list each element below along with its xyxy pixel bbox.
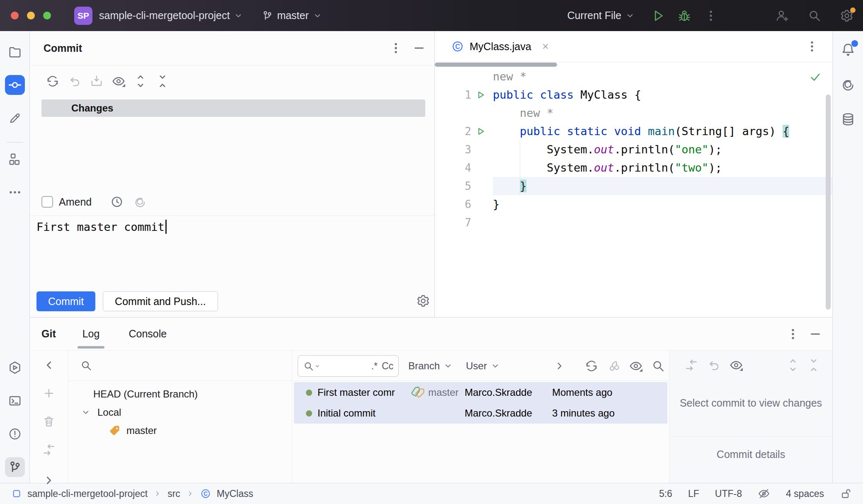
compare-icon[interactable] (684, 358, 698, 372)
new-branch-icon[interactable] (42, 386, 56, 400)
editor: MyClass.java new *1public class MyClass … (435, 31, 832, 317)
inspections-ok-icon[interactable] (809, 71, 822, 83)
breadcrumb: sample-cli-mergetool-project src MyClass (12, 488, 253, 499)
tree-item-local[interactable]: Local (68, 403, 292, 422)
sidebar-item-terminal[interactable] (5, 391, 25, 411)
breadcrumb-class[interactable]: MyClass (217, 488, 253, 499)
collapse-branches-icon[interactable] (42, 358, 56, 372)
tab-myclass-java[interactable]: MyClass.java (451, 40, 550, 53)
branch-filter[interactable]: Branch (408, 351, 453, 381)
commit-options-gear-icon[interactable] (416, 294, 430, 308)
ai-commit-message-icon[interactable] (133, 195, 147, 209)
code-line[interactable]: System.out.println("two"); (493, 159, 832, 177)
breadcrumb-src[interactable]: src (167, 488, 180, 499)
sidebar-item-problems[interactable] (5, 424, 25, 444)
code-line[interactable]: public class MyClass { (493, 86, 832, 104)
log-row[interactable]: Initial commit Marco.Skradde 3 minutes a… (294, 403, 667, 424)
refresh-icon[interactable] (46, 74, 60, 88)
branch-selector[interactable]: master (262, 10, 322, 22)
settings-button[interactable] (840, 9, 854, 23)
caret-position-widget[interactable]: 5:6 (659, 488, 672, 499)
log-search-input[interactable]: .* Cc (298, 355, 399, 377)
commit-message-input[interactable]: First master commit (36, 220, 426, 234)
commit-and-push-button[interactable]: Commit and Push... (103, 291, 218, 311)
more-filters-chevron-icon[interactable] (553, 360, 566, 372)
sidebar-item-structure[interactable] (5, 149, 25, 169)
code-line[interactable]: public static void main(String[] args) { (493, 122, 832, 141)
hide-panel-icon[interactable] (412, 41, 426, 55)
sidebar-item-project[interactable] (5, 42, 25, 62)
view-options-button[interactable] (112, 74, 126, 88)
chevron-down-icon (443, 361, 453, 371)
run-line-icon[interactable] (471, 90, 490, 100)
kebab-menu-icon[interactable] (805, 39, 819, 53)
debug-icon[interactable] (677, 9, 691, 23)
breadcrumb-project[interactable]: sample-cli-mergetool-project (27, 488, 148, 499)
highlighting-off-icon[interactable] (758, 487, 770, 500)
minimize-window-button[interactable] (27, 12, 35, 19)
notifications-button[interactable] (840, 42, 856, 58)
tree-item-master[interactable]: master (68, 422, 292, 440)
search-icon[interactable] (80, 359, 92, 372)
tab-console[interactable]: Console (128, 317, 167, 350)
database-icon[interactable] (840, 111, 856, 127)
user-filter[interactable]: User (466, 351, 500, 381)
maximize-window-button[interactable] (43, 12, 51, 19)
sidebar-item-commit[interactable] (5, 75, 25, 95)
run-config-selector[interactable]: Current File (567, 10, 635, 22)
run-icon[interactable] (651, 9, 665, 23)
sidebar-item-git[interactable] (5, 457, 25, 477)
delete-branch-icon[interactable] (42, 414, 56, 429)
code-line[interactable] (493, 213, 832, 232)
hide-panel-icon[interactable] (808, 327, 822, 341)
search-icon[interactable] (651, 359, 665, 373)
sidebar-item-services[interactable] (5, 358, 25, 378)
code-line[interactable]: System.out.println("one"); (493, 141, 832, 159)
sidebar-item-more[interactable] (5, 182, 25, 202)
collapse-all-icon[interactable] (155, 74, 170, 88)
cherry-pick-icon[interactable] (607, 359, 621, 373)
view-options-button[interactable] (629, 359, 643, 373)
encoding-widget[interactable]: UTF-8 (715, 488, 742, 499)
commit-date-cell: 3 minutes ago (552, 403, 615, 424)
refresh-icon[interactable] (584, 359, 599, 373)
editor-scrollbar[interactable] (826, 94, 831, 310)
line-separator-widget[interactable]: LF (688, 488, 699, 499)
add-user-icon[interactable] (775, 9, 789, 23)
history-clock-icon[interactable] (110, 195, 124, 209)
expand-all-icon[interactable] (133, 74, 148, 88)
code-line[interactable]: } (493, 195, 832, 213)
compare-branches-icon[interactable] (42, 443, 56, 457)
collapse-all-icon[interactable] (807, 358, 821, 372)
expand-branches-icon[interactable] (42, 473, 56, 487)
log-row[interactable]: First master comr master Marco.Skradde M… (294, 382, 667, 403)
tree-item-head[interactable]: HEAD (Current Branch) (68, 385, 292, 403)
ai-assistant-icon[interactable] (840, 77, 856, 92)
changes-node[interactable]: Changes (41, 99, 425, 117)
close-tab-icon[interactable] (541, 41, 550, 51)
search-icon[interactable] (807, 9, 822, 23)
view-options-button[interactable] (729, 358, 743, 372)
unlock-icon[interactable] (840, 487, 852, 500)
project-selector[interactable]: sample-cli-mergetool-project (99, 10, 243, 22)
regex-toggle[interactable]: .* (371, 361, 378, 372)
kebab-menu-icon[interactable] (786, 327, 800, 341)
shelve-icon[interactable] (90, 74, 104, 88)
amend-checkbox[interactable] (41, 196, 53, 208)
run-line-icon[interactable] (471, 126, 490, 137)
rollback-icon[interactable] (68, 74, 82, 88)
expand-all-icon[interactable] (786, 358, 800, 372)
kebab-menu-icon[interactable] (704, 9, 718, 23)
tab-log[interactable]: Log (82, 317, 100, 350)
close-window-button[interactable] (11, 12, 19, 19)
tab-scrollbar[interactable] (435, 63, 557, 67)
match-case-toggle[interactable]: Cc (382, 361, 393, 372)
indent-widget[interactable]: 4 spaces (786, 488, 824, 499)
code-area[interactable]: new *1public class MyClass {new *2 publi… (435, 68, 832, 317)
sidebar-item-edit[interactable] (5, 108, 25, 128)
chevron-down-icon (625, 11, 635, 21)
kebab-menu-icon[interactable] (389, 41, 403, 55)
code-line[interactable]: } (493, 177, 832, 195)
rollback-icon[interactable] (707, 358, 721, 372)
commit-button[interactable]: Commit (36, 291, 95, 311)
